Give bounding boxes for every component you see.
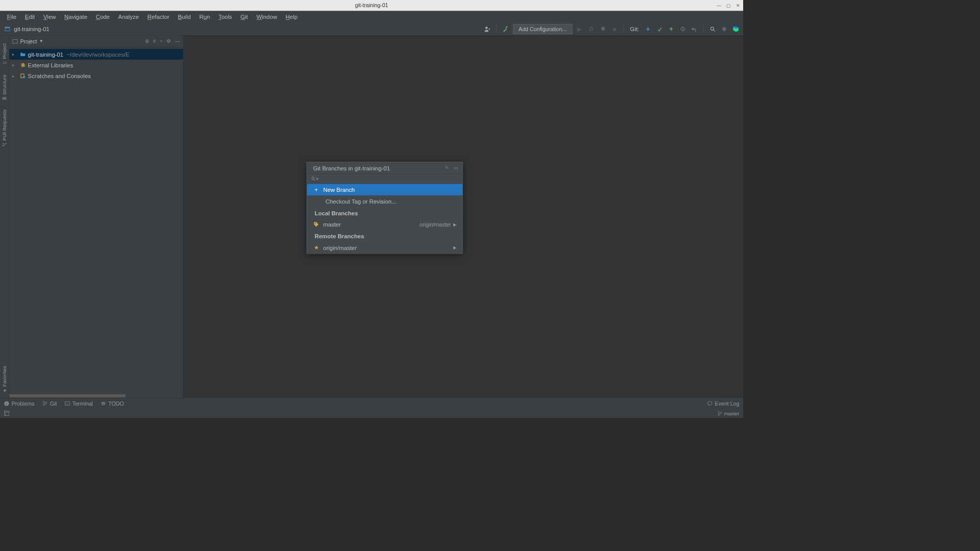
menu-view[interactable]: View [39, 12, 60, 21]
svg-rect-15 [21, 63, 22, 67]
navigation-bar: git-training-01 ▾ Add Configuration... ▶… [0, 22, 743, 36]
tool-event-log[interactable]: Event Log [707, 400, 739, 406]
user-icon[interactable]: ▾ [483, 24, 492, 33]
tool-git[interactable]: Git [42, 400, 57, 406]
window-title: git-training-01 [355, 3, 388, 9]
gutter-structure[interactable]: ≣Structure [1, 70, 8, 105]
minimize-button[interactable]: — [717, 3, 721, 8]
select-opened-file-icon[interactable]: ⊚ [145, 38, 149, 44]
hide-panel-icon[interactable]: — [175, 38, 180, 44]
tree-scratches[interactable]: ▸ Scratches and Consoles [9, 70, 183, 81]
expand-arrow-icon[interactable]: ▸ [12, 73, 18, 78]
project-view-selector[interactable]: Project ▼ [12, 38, 43, 44]
expand-arrow-icon[interactable]: ▸ [12, 63, 18, 67]
search-icon[interactable] [708, 24, 717, 33]
tree-scratches-label: Scratches and Consoles [28, 72, 91, 79]
separator [623, 25, 624, 33]
svg-rect-17 [24, 64, 25, 67]
menu-build[interactable]: Build [174, 12, 194, 21]
project-icon [3, 24, 12, 33]
menu-refactor[interactable]: Refactor [143, 12, 173, 21]
svg-point-2 [485, 27, 488, 29]
menu-help[interactable]: Help [282, 12, 302, 21]
local-branch-name: master [323, 221, 341, 228]
svg-point-25 [45, 402, 47, 404]
expand-all-icon[interactable]: ≡ [153, 38, 156, 44]
svg-point-24 [43, 404, 44, 406]
git-branch-indicator[interactable]: master [717, 410, 739, 416]
build-hammer-icon[interactable] [501, 24, 510, 33]
git-branch-icon [42, 400, 48, 406]
popup-local-branch-master[interactable]: master origin/master ▶ [307, 218, 462, 230]
pin-popup-icon[interactable]: ✎ [445, 165, 449, 171]
settings-gear-icon[interactable]: ⚙ [166, 38, 171, 44]
svg-point-20 [314, 223, 315, 224]
popup-title: Git Branches in git-training-01 [313, 165, 389, 171]
menu-window[interactable]: Window [253, 12, 281, 21]
svg-rect-26 [65, 402, 69, 406]
tool-todo[interactable]: TODO [101, 400, 124, 406]
tool-problems-label: Problems [12, 400, 35, 406]
separator [703, 25, 704, 33]
event-log-icon [707, 400, 713, 406]
tool-terminal[interactable]: Terminal [65, 400, 93, 406]
jetbrains-icon[interactable] [731, 24, 740, 33]
popup-new-branch[interactable]: ＋ New Branch [307, 184, 462, 195]
debug-icon[interactable] [587, 24, 596, 33]
menu-analyze[interactable]: Analyze [114, 12, 143, 21]
tree-external-libs[interactable]: ▸ External Libraries [9, 60, 183, 70]
expand-popup-icon[interactable]: ▭ [454, 165, 458, 171]
current-branch-name: master [724, 410, 739, 416]
tool-problems[interactable]: ! Problems [4, 400, 35, 406]
menu-run[interactable]: Run [195, 12, 214, 21]
svg-rect-14 [13, 39, 17, 43]
horizontal-scrollbar[interactable] [9, 394, 183, 398]
menu-code[interactable]: Code [92, 12, 113, 21]
scratches-icon [19, 73, 27, 79]
menu-navigate[interactable]: Navigate [61, 12, 91, 21]
close-button[interactable]: ✕ [736, 3, 740, 8]
add-configuration-button[interactable]: Add Configuration... [513, 24, 573, 34]
tree-root-label: git-training-01 [28, 51, 64, 58]
menu-tools[interactable]: Tools [214, 12, 236, 21]
folder-icon [19, 52, 27, 57]
git-update-icon[interactable] [644, 24, 652, 33]
svg-point-4 [590, 27, 593, 30]
popup-checkout-tag-label: Checkout Tag or Revision... [326, 198, 397, 205]
tree-external-libs-label: External Libraries [28, 62, 74, 68]
terminal-icon [65, 400, 70, 406]
run-icon[interactable]: ▶ [575, 24, 584, 33]
todo-icon [101, 400, 106, 406]
collapse-all-icon[interactable]: ÷ [160, 38, 162, 44]
tree-root-path: ~/dev/dev/workspaces/E [66, 51, 130, 58]
gutter-project[interactable]: ▭Project [1, 39, 8, 70]
svg-text:▾: ▾ [488, 28, 490, 31]
svg-rect-27 [4, 411, 9, 415]
breadcrumb-project[interactable]: git-training-01 [14, 26, 50, 32]
maximize-button[interactable]: ▢ [726, 3, 730, 8]
expand-arrow-icon[interactable]: ▸ [12, 52, 18, 56]
tree-root-node[interactable]: ▸ git-training-01 ~/dev/dev/workspaces/E [9, 49, 183, 60]
local-branch-tracking: origin/master [420, 221, 451, 228]
git-history-icon[interactable] [678, 24, 687, 33]
coverage-icon[interactable] [599, 24, 607, 33]
tool-windows-icon[interactable] [4, 411, 10, 416]
gutter-pull-requests[interactable]: ⎇Pull Requests [1, 105, 8, 152]
settings-icon[interactable] [720, 24, 728, 33]
stop-icon[interactable]: ■ [610, 24, 619, 33]
menu-edit[interactable]: Edit [21, 12, 39, 21]
svg-point-31 [718, 414, 720, 415]
tool-event-log-label: Event Log [715, 400, 740, 406]
git-rollback-icon[interactable] [690, 24, 699, 33]
git-push-icon[interactable] [667, 24, 676, 33]
popup-search-field[interactable]: 🔍︎▾ [307, 173, 462, 184]
gutter-favorites[interactable]: ★Favorites [1, 361, 8, 398]
popup-remote-branch-origin-master[interactable]: ★ origin/master ▶ [307, 242, 462, 254]
menu-file[interactable]: File [3, 12, 20, 21]
popup-checkout-tag[interactable]: Checkout Tag or Revision... [307, 195, 462, 207]
git-commit-icon[interactable] [655, 24, 664, 33]
svg-point-11 [710, 27, 714, 30]
submenu-arrow-icon: ▶ [453, 222, 456, 227]
git-label: Git: [630, 26, 639, 32]
menu-git[interactable]: Git [237, 12, 252, 21]
